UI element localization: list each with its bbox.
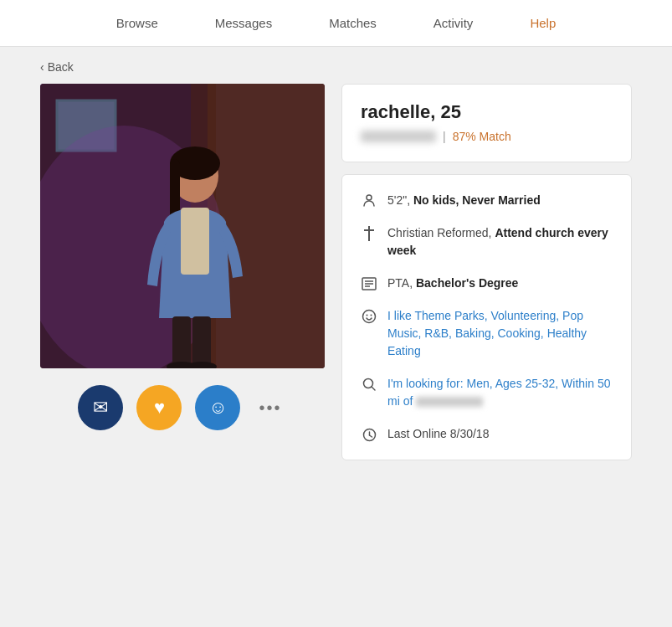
svg-rect-11 (192, 316, 211, 367)
physical-text: 5'2", No kids, Never Married (387, 192, 541, 209)
message-button[interactable]: ✉ (78, 385, 123, 430)
last-online-detail-row: Last Online 8/30/18 (361, 425, 613, 443)
looking-for-text: I'm looking for: Men, Ages 25-32, Within… (387, 375, 613, 410)
nav-activity[interactable]: Activity (430, 11, 477, 35)
more-button[interactable]: ••• (254, 398, 286, 418)
pipe-separator: | (443, 130, 446, 143)
nav-help[interactable]: Help (526, 11, 559, 35)
interests-icon (361, 308, 377, 325)
profile-details-card: 5'2", No kids, Never Married Christian R… (341, 174, 632, 460)
profile-name: rachelle, 25 (361, 101, 613, 123)
chevron-left-icon: ‹ (40, 60, 44, 74)
ellipsis-icon: ••• (259, 398, 281, 417)
right-column: rachelle, 25 | 87% Match 5'2", No kids (341, 84, 632, 460)
svg-point-22 (367, 315, 368, 316)
person-icon (361, 193, 377, 209)
back-button[interactable]: ‹ Back (40, 60, 672, 74)
religion-detail-row: Christian Reformed, Attend church every … (361, 224, 613, 260)
interests-text: I like Theme Parks, Volunteering, Pop Mu… (387, 307, 613, 360)
nav-browse[interactable]: Browse (113, 11, 162, 35)
physical-detail-row: 5'2", No kids, Never Married (361, 192, 613, 209)
wink-button[interactable]: ☺ (195, 385, 240, 430)
svg-rect-16 (364, 229, 374, 231)
like-button[interactable]: ♥ (136, 385, 182, 430)
svg-point-14 (367, 195, 372, 200)
heart-icon: ♥ (154, 397, 165, 419)
profile-match-row: | 87% Match (361, 130, 613, 143)
profile-photo (40, 84, 325, 368)
cross-icon (361, 225, 377, 242)
svg-rect-10 (172, 316, 191, 367)
education-icon (361, 275, 377, 292)
interests-detail-row: I like Theme Parks, Volunteering, Pop Mu… (361, 307, 613, 360)
last-online-text: Last Online 8/30/18 (387, 425, 489, 443)
religion-text: Christian Reformed, Attend church every … (387, 224, 613, 260)
nav-matches[interactable]: Matches (326, 11, 380, 35)
svg-point-23 (371, 315, 372, 316)
smile-icon: ☺ (208, 397, 227, 419)
back-label: Back (48, 60, 74, 74)
navigation: Browse Messages Matches Activity Help (0, 0, 672, 47)
profile-container: ✉ ♥ ☺ ••• rachelle, 25 | 87% Match (0, 84, 672, 494)
svg-line-28 (369, 435, 372, 437)
svg-line-25 (372, 387, 375, 390)
education-detail-row: PTA, Bachelor's Degree (361, 275, 613, 292)
search-icon (361, 376, 377, 393)
profile-header-card: rachelle, 25 | 87% Match (341, 84, 632, 162)
match-percent: 87% Match (453, 130, 511, 143)
action-buttons: ✉ ♥ ☺ ••• (78, 385, 286, 430)
left-column: ✉ ♥ ☺ ••• (40, 84, 325, 460)
looking-for-detail-row: I'm looking for: Men, Ages 25-32, Within… (361, 375, 613, 410)
blurred-location (361, 131, 436, 142)
blurred-city (416, 397, 483, 407)
svg-rect-15 (368, 226, 370, 241)
mail-icon: ✉ (93, 397, 108, 419)
nav-messages[interactable]: Messages (212, 11, 275, 35)
svg-rect-9 (181, 208, 209, 275)
clock-icon (361, 426, 377, 443)
education-text: PTA, Bachelor's Degree (387, 275, 518, 292)
svg-point-21 (363, 311, 376, 323)
